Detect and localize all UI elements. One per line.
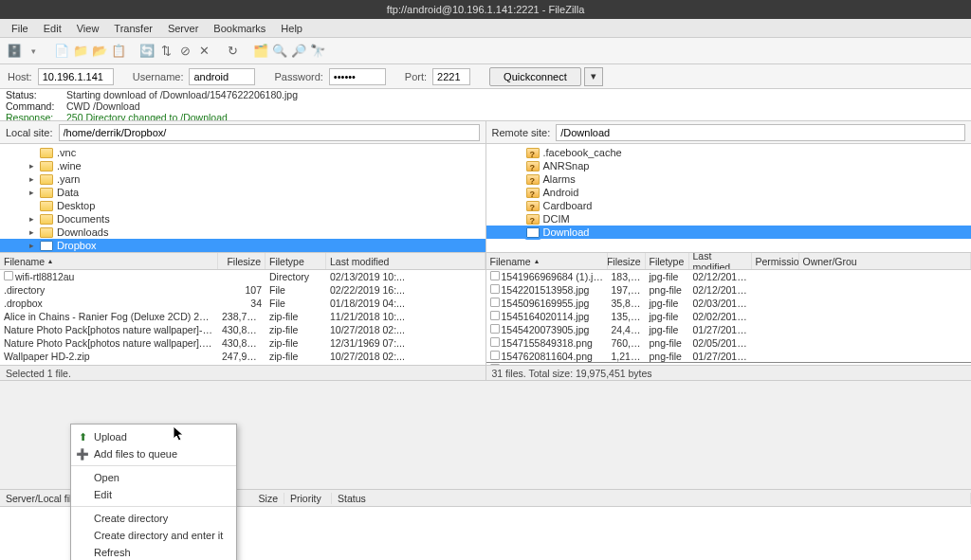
file-modified: 11/21/2018 10:...	[326, 310, 486, 323]
ctx-open[interactable]: Open	[71, 465, 236, 486]
search-icon[interactable]: 🔭	[309, 43, 326, 60]
local-site-input[interactable]	[59, 124, 480, 141]
col-lastmod[interactable]: Last modified	[689, 253, 752, 269]
list-row[interactable]: 1545164020114.jpg135,165jpg-file02/02/20…	[486, 310, 972, 323]
tree-item[interactable]: Cardboard	[486, 199, 972, 212]
tree-item[interactable]: ▸Dropbox	[0, 239, 486, 252]
tree-expand-icon[interactable]: ▸	[27, 226, 36, 239]
file-name: Nature Photo Pack[photos nature wallpape…	[4, 324, 218, 335]
tree-item[interactable]: DCIM	[486, 212, 972, 226]
row-checkbox[interactable]	[490, 324, 500, 334]
tree-item[interactable]: ▸Documents	[0, 212, 486, 226]
list-row[interactable]: Alice in Chains - Ranier Fog (Deluxe 2CD…	[0, 310, 486, 323]
list-row[interactable]: .dropbox34File01/18/2019 04:...	[0, 297, 486, 310]
tree-item[interactable]: Alarms	[486, 172, 972, 186]
tree-expand-icon[interactable]: ▸	[27, 186, 36, 199]
local-file-list[interactable]: wifi-rtl8812auDirectory02/13/2019 10:...…	[0, 270, 486, 365]
host-input[interactable]	[38, 68, 114, 85]
list-row[interactable]: .directory107File02/22/2019 16:...	[0, 283, 486, 297]
ctx-edit[interactable]: Edit	[71, 486, 236, 503]
toggle-log-icon[interactable]: 📄	[53, 43, 70, 60]
toolbar-dropdown-icon[interactable]: ▾	[25, 43, 42, 60]
list-row[interactable]: Nature Photo Pack[photos nature wallpape…	[0, 323, 486, 336]
row-checkbox[interactable]	[490, 311, 500, 320]
tree-item[interactable]: ▸Downloads	[0, 226, 486, 239]
ctx-add-to-queue[interactable]: ➕Add files to queue	[71, 445, 236, 462]
username-input[interactable]	[189, 68, 255, 85]
ctx-upload[interactable]: ⬆Upload	[71, 428, 236, 445]
tree-item[interactable]: .facebook_cache	[486, 146, 972, 159]
process-queue-icon[interactable]: ⇅	[157, 43, 174, 60]
col-filename[interactable]: Filename▴	[486, 253, 608, 269]
filter-icon[interactable]: 🗂️	[252, 43, 269, 60]
menu-edit[interactable]: Edit	[36, 21, 69, 36]
queue-col-status[interactable]: Status	[332, 493, 971, 504]
ctx-create-directory-enter[interactable]: Create directory and enter it	[71, 527, 236, 544]
refresh-icon[interactable]: 🔄	[138, 43, 156, 60]
menu-view[interactable]: View	[69, 21, 107, 36]
message-log[interactable]: Status:Starting download of /Download/15…	[0, 89, 971, 121]
menu-file[interactable]: File	[4, 21, 36, 36]
tree-item[interactable]: ANRSnap	[486, 159, 972, 172]
menu-bookmarks[interactable]: Bookmarks	[206, 21, 273, 36]
row-checkbox[interactable]	[490, 271, 500, 280]
tree-item[interactable]: .vnc	[0, 146, 486, 159]
list-row[interactable]: 1545096169955.jpg35,882jpg-file02/03/201…	[486, 297, 972, 310]
row-checkbox[interactable]	[4, 271, 13, 280]
tree-expand-icon[interactable]: ▸	[27, 212, 36, 226]
port-input[interactable]	[432, 68, 470, 85]
toggle-localtree-icon[interactable]: 📁	[72, 43, 89, 60]
col-permissions[interactable]: Permission:	[752, 253, 799, 269]
list-row[interactable]: wifi-rtl8812auDirectory02/13/2019 10:...	[0, 270, 486, 283]
tree-item[interactable]: Android	[486, 186, 972, 199]
folder-icon	[40, 227, 53, 238]
sync-browse-icon[interactable]: 🔎	[290, 43, 307, 60]
quickconnect-history-button[interactable]: ▾	[584, 67, 603, 86]
col-filesize[interactable]: Filesize	[218, 253, 266, 269]
tree-item[interactable]: ▸.wine	[0, 159, 486, 172]
list-row[interactable]: 1547155849318.png760,486png-file02/05/20…	[486, 336, 972, 350]
toggle-remotetree-icon[interactable]: 📂	[91, 43, 108, 60]
row-checkbox[interactable]	[490, 298, 500, 307]
menu-server[interactable]: Server	[160, 21, 206, 36]
col-filetype[interactable]: Filetype	[266, 253, 326, 269]
row-checkbox[interactable]	[490, 351, 500, 360]
disconnect-icon[interactable]: ✕	[195, 43, 212, 60]
col-filetype[interactable]: Filetype	[646, 253, 689, 269]
col-lastmod[interactable]: Last modified	[326, 253, 486, 269]
compare-icon[interactable]: 🔍	[271, 43, 288, 60]
list-row[interactable]: 1541966969684 (1).jpg183,223jpg-file02/1…	[486, 270, 972, 283]
ctx-refresh[interactable]: Refresh	[71, 544, 236, 560]
quickconnect-button[interactable]: Quickconnect	[489, 67, 581, 86]
tree-expand-icon[interactable]: ▸	[27, 159, 36, 172]
remote-site-input[interactable]	[556, 124, 965, 141]
list-row[interactable]: 1542201513958.jpg197,987png-file02/12/20…	[486, 283, 972, 297]
col-filename[interactable]: Filename▴	[0, 253, 218, 269]
list-row[interactable]: 1545420073905.jpg24,416jpg-file01/27/201…	[486, 323, 972, 336]
list-row[interactable]: Nature Photo Pack[photos nature wallpape…	[0, 336, 486, 350]
ctx-create-directory[interactable]: Create directory	[71, 506, 236, 527]
queue-col-priority[interactable]: Priority	[284, 493, 332, 504]
list-row[interactable]: 1547620811604.png1,213,770png-file01/27/…	[486, 350, 972, 363]
col-filesize[interactable]: Filesize	[608, 253, 646, 269]
tree-item[interactable]: Desktop	[0, 199, 486, 212]
row-checkbox[interactable]	[490, 337, 500, 347]
menu-transfer[interactable]: Transfer	[106, 21, 160, 36]
remote-tree[interactable]: .facebook_cacheANRSnapAlarmsAndroidCardb…	[486, 144, 972, 253]
reconnect-icon[interactable]: ↻	[224, 43, 241, 60]
menu-help[interactable]: Help	[273, 21, 310, 36]
tree-expand-icon[interactable]: ▸	[27, 172, 36, 186]
list-row[interactable]: Wallpaper HD-2.zip247,995,...zip-file10/…	[0, 350, 486, 363]
row-checkbox[interactable]	[490, 284, 500, 294]
tree-item[interactable]: ▸.yarn	[0, 172, 486, 186]
cancel-icon[interactable]: ⊘	[176, 43, 193, 60]
toggle-queue-icon[interactable]: 📋	[110, 43, 127, 60]
local-tree[interactable]: .vnc▸.wine▸.yarn▸DataDesktop▸Documents▸D…	[0, 144, 486, 253]
tree-expand-icon[interactable]: ▸	[27, 239, 36, 252]
tree-item[interactable]: Download	[486, 226, 972, 239]
password-input[interactable]	[329, 68, 386, 85]
sitemanager-icon[interactable]: 🗄️	[6, 43, 23, 60]
col-owner[interactable]: Owner/Grou	[799, 253, 972, 269]
tree-item[interactable]: ▸Data	[0, 186, 486, 199]
remote-file-list[interactable]: 1541966969684 (1).jpg183,223jpg-file02/1…	[486, 270, 972, 365]
